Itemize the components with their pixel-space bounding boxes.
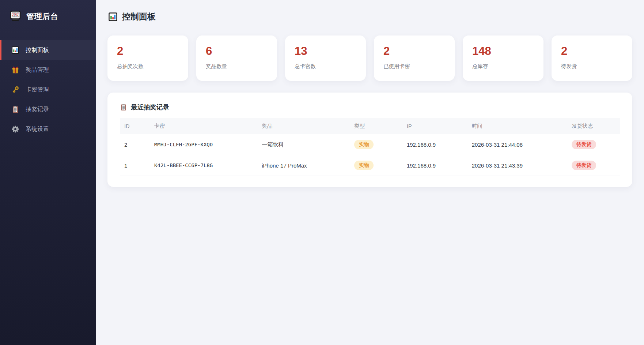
cell-card-key: K42L-BBEE-CC6P-7L8G [150, 155, 257, 176]
stat-card-total-keys: 13 总卡密数 [285, 35, 366, 81]
type-badge: 实物 [354, 140, 374, 149]
col-header-ip: IP [402, 118, 467, 134]
stat-card-total-draws: 2 总抽奖次数 [107, 35, 188, 81]
app-title: 管理后台 [26, 11, 58, 22]
panel-title: 最近抽奖记录 [120, 103, 620, 112]
stat-label: 总抽奖次数 [117, 63, 179, 70]
key-icon [11, 86, 19, 94]
type-badge: 实物 [354, 161, 374, 170]
cell-ip: 192.168.0.9 [402, 134, 467, 155]
cell-ip: 192.168.0.9 [402, 155, 467, 176]
panel-title-text: 最近抽奖记录 [131, 103, 169, 112]
cell-type: 实物 [350, 134, 402, 155]
col-header-id: ID [120, 118, 150, 134]
main-content: 控制面板 2 总抽奖次数 6 奖品数量 13 总卡密数 2 已使用卡密 148 … [96, 0, 644, 198]
stat-card-used-keys: 2 已使用卡密 [374, 35, 455, 81]
stat-value: 6 [206, 45, 268, 57]
stat-value: 2 [383, 45, 445, 57]
page-title-text: 控制面板 [122, 11, 156, 22]
cell-status: 待发货 [567, 155, 620, 176]
stat-label: 待发货 [561, 63, 623, 70]
cell-time: 2026-03-31 21:43:39 [467, 155, 568, 176]
col-header-time: 时间 [467, 118, 568, 134]
stat-value: 2 [561, 45, 623, 57]
clipboard-icon [11, 105, 19, 113]
stat-value: 13 [295, 45, 356, 57]
stats-row: 2 总抽奖次数 6 奖品数量 13 总卡密数 2 已使用卡密 148 总库存 2… [107, 35, 632, 81]
svg-text:7: 7 [14, 13, 16, 16]
stat-value: 148 [472, 45, 534, 57]
cell-type: 实物 [350, 155, 402, 176]
col-header-status: 发货状态 [567, 118, 620, 134]
recent-records-panel: 最近抽奖记录 ID 卡密 奖品 类型 IP 时间 发货状态 2 MMHJ-CLF… [107, 93, 632, 187]
bar-chart-icon [11, 46, 19, 54]
col-header-type: 类型 [350, 118, 402, 134]
cell-id: 2 [120, 134, 150, 155]
stat-card-pending-ship: 2 待发货 [552, 35, 632, 81]
cell-prize: 一箱饮料 [257, 134, 350, 155]
sidebar-item-prizes[interactable]: 奖品管理 [0, 60, 96, 80]
slot-machine-icon: 7 7 7 [10, 10, 21, 23]
svg-text:7: 7 [17, 13, 19, 16]
sidebar-item-settings[interactable]: 系统设置 [0, 119, 96, 139]
gift-icon [11, 66, 19, 74]
stat-label: 奖品数量 [206, 63, 268, 70]
cell-prize: iPhone 17 ProMax [257, 155, 350, 176]
stat-card-prize-count: 6 奖品数量 [196, 35, 277, 81]
sidebar-item-label: 系统设置 [26, 125, 49, 133]
stat-card-total-stock: 148 总库存 [463, 35, 543, 81]
sidebar-item-label: 奖品管理 [26, 66, 49, 74]
status-badge: 待发货 [572, 161, 596, 170]
sidebar-menu: 控制面板 奖品管理 [0, 33, 96, 139]
gear-icon [11, 125, 19, 133]
stat-value: 2 [117, 45, 179, 57]
col-header-key: 卡密 [150, 118, 257, 134]
stat-label: 总卡密数 [295, 63, 356, 70]
cell-status: 待发货 [567, 134, 620, 155]
sidebar-item-label: 卡密管理 [26, 86, 49, 94]
cell-card-key: MMHJ-CLFH-2GPF-KXQD [150, 134, 257, 155]
cell-time: 2026-03-31 21:44:08 [467, 134, 568, 155]
sidebar-item-dashboard[interactable]: 控制面板 [0, 40, 96, 60]
stat-label: 总库存 [472, 63, 534, 70]
sidebar-item-label: 抽奖记录 [26, 106, 49, 113]
page-title: 控制面板 [108, 11, 632, 22]
cell-id: 1 [120, 155, 150, 176]
table-row: 1 K42L-BBEE-CC6P-7L8G iPhone 17 ProMax 实… [120, 155, 620, 176]
bar-chart-icon [108, 12, 118, 22]
table-header-row: ID 卡密 奖品 类型 IP 时间 发货状态 [120, 118, 620, 134]
svg-text:7: 7 [12, 13, 14, 16]
table-row: 2 MMHJ-CLFH-2GPF-KXQD 一箱饮料 实物 192.168.0.… [120, 134, 620, 155]
col-header-prize: 奖品 [257, 118, 350, 134]
clipboard-icon [120, 104, 127, 111]
sidebar-item-label: 控制面板 [26, 46, 49, 54]
sidebar-item-records[interactable]: 抽奖记录 [0, 100, 96, 119]
sidebar-item-cardkeys[interactable]: 卡密管理 [0, 80, 96, 100]
records-table: ID 卡密 奖品 类型 IP 时间 发货状态 2 MMHJ-CLFH-2GPF-… [120, 118, 620, 176]
app-logo: 7 7 7 管理后台 [0, 0, 96, 33]
sidebar: 7 7 7 管理后台 控制面板 [0, 0, 96, 345]
stat-label: 已使用卡密 [383, 63, 445, 70]
status-badge: 待发货 [572, 140, 596, 149]
